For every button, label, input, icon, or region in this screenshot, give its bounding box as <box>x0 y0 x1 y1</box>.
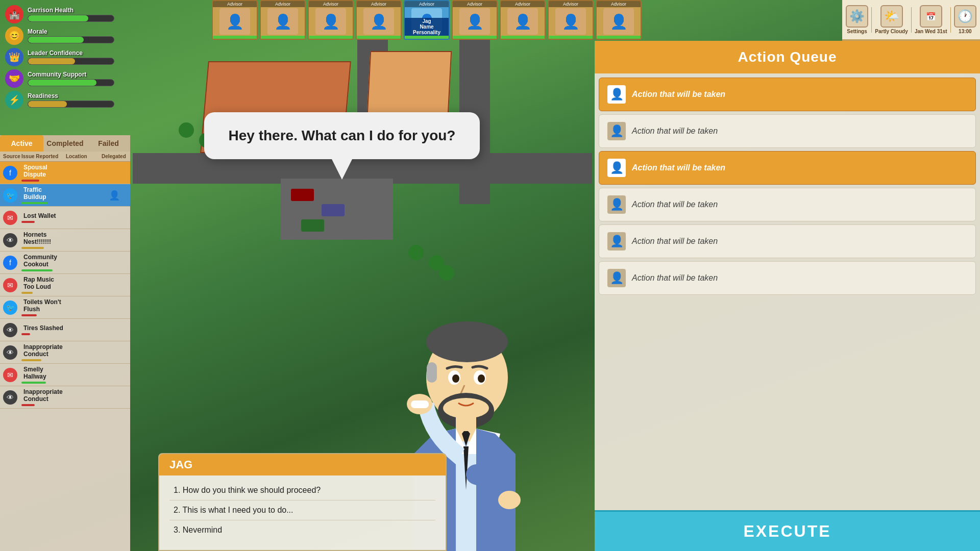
issue-progress-lost-wallet <box>21 221 35 223</box>
response-option-2-text: 2. This is what I need you to do... <box>174 506 293 514</box>
advisor-3-bar <box>309 36 353 39</box>
leader-confidence-label: Leader Confidence <box>28 49 133 57</box>
leader-confidence-bar <box>28 58 75 64</box>
issues-table-header: Source Issue Reported Location Delegated <box>0 152 130 162</box>
dialog-bubble: Hey there. What can I do for you? <box>204 112 480 159</box>
garrison-health-bar-bg <box>28 15 114 22</box>
action-icon-5: 👤 <box>607 232 626 251</box>
response-header: JAG <box>159 454 446 475</box>
advisor-1-label: Advisor <box>213 1 257 7</box>
advisor-card-9[interactable]: Advisor 👤 <box>596 0 642 40</box>
issue-progress-rap-music <box>21 292 33 294</box>
issue-community-cookout[interactable]: f Community Cookout <box>0 252 130 274</box>
action-item-1[interactable]: 👤 Action that will be taken <box>599 78 976 111</box>
car-2 <box>322 204 345 216</box>
issue-tires-slashed[interactable]: 👁 Tires Slashed <box>0 319 130 341</box>
time-display: 🕐 13:00 <box>954 5 976 34</box>
source-icon-em-2: ✉ <box>3 278 17 292</box>
response-option-3[interactable]: 3. Nevermind <box>169 520 435 540</box>
action-item-5[interactable]: 👤 Action that will be taken <box>599 224 976 258</box>
garrison-health-label: Garrison Health <box>28 7 133 14</box>
svg-rect-13 <box>411 400 429 408</box>
issue-progress-cookout <box>21 269 53 271</box>
issue-lost-wallet[interactable]: ✉ Lost Wallet <box>0 207 130 229</box>
advisor-card-6[interactable]: Advisor 👤 <box>452 0 498 40</box>
issue-name-rap-music: Rap Music Too Loud <box>21 276 66 290</box>
tab-active[interactable]: Active <box>0 135 43 152</box>
advisor-8-label: Advisor <box>549 1 593 7</box>
advisor-2-avatar: 👤 <box>267 8 298 35</box>
action-icon-3: 👤 <box>607 159 626 177</box>
tab-completed[interactable]: Completed <box>43 135 87 152</box>
settings-bar: ⚙️ Settings 🌤️ Partly Cloudy 📅 Jan Wed 3… <box>842 0 980 41</box>
source-icon-fb-1: f <box>3 166 17 180</box>
issue-name-tires: Tires Slashed <box>21 324 66 332</box>
issues-panel: Active Completed Failed Source Issue Rep… <box>0 135 130 551</box>
issues-tabs: Active Completed Failed <box>0 135 130 152</box>
svg-point-12 <box>498 491 521 509</box>
issue-rap-music[interactable]: ✉ Rap Music Too Loud <box>0 274 130 296</box>
issue-traffic-buildup[interactable]: 🐦 Traffic Buildup 👤 <box>0 184 130 207</box>
issue-inappropriate-1[interactable]: 👁 Inappropriate Conduct <box>0 341 130 364</box>
calendar-icon: 📅 <box>920 5 942 28</box>
source-icon-em-3: ✉ <box>3 368 17 382</box>
community-support-bar-bg <box>28 79 114 86</box>
advisor-card-7[interactable]: Advisor 👤 <box>500 0 546 40</box>
advisor-card-4[interactable]: Advisor 👤 <box>356 0 402 40</box>
action-icon-6: 👤 <box>607 269 626 287</box>
advisor-card-3[interactable]: Advisor 👤 <box>308 0 354 40</box>
issue-name-toilets: Toilets Won't Flush <box>21 298 66 313</box>
issue-progress-inappropriate-1 <box>21 359 41 361</box>
stat-garrison-health: 🏰 Garrison Health <box>5 5 133 23</box>
action-item-2[interactable]: 👤 Action that will be taken <box>599 114 976 148</box>
time-label: 13:00 <box>959 29 972 34</box>
action-item-4[interactable]: 👤 Action that will be taken <box>599 188 976 221</box>
advisor-card-jag[interactable]: Advisor 👤 JagNamePersonality <box>404 0 450 40</box>
response-options: 1. How do you think we should proceed? 2… <box>159 475 446 550</box>
garrison-health-bar <box>28 15 88 21</box>
action-item-3[interactable]: 👤 Action that will be taken <box>599 151 976 185</box>
col-source: Source <box>3 154 21 159</box>
issue-spousal-dispute[interactable]: f Spousal Dispute <box>0 162 130 184</box>
tab-failed[interactable]: Failed <box>87 135 130 152</box>
action-icon-1: 👤 <box>607 85 626 104</box>
advisor-card-2[interactable]: Advisor 👤 <box>260 0 306 40</box>
response-option-2[interactable]: 2. This is what I need you to do... <box>169 500 435 520</box>
settings-gear-icon[interactable]: ⚙️ <box>846 5 868 28</box>
settings-divider-3 <box>950 7 951 33</box>
settings-divider-1 <box>871 7 872 33</box>
garrison-health-icon: 🏰 <box>5 5 23 23</box>
svg-point-9 <box>443 398 489 418</box>
issues-list: f Spousal Dispute 🐦 Traffic Buildup 👤 ✉ … <box>0 162 130 551</box>
issue-progress-tires <box>21 333 30 335</box>
issue-inappropriate-2[interactable]: 👁 Inappropriate Conduct <box>0 386 130 409</box>
settings-button[interactable]: ⚙️ Settings <box>846 5 868 34</box>
advisor-8-avatar: 👤 <box>555 8 586 35</box>
response-box: JAG 1. How do you think we should procee… <box>158 453 447 551</box>
action-icon-4: 👤 <box>607 195 626 214</box>
execute-button[interactable]: EXECUTE <box>595 510 980 551</box>
advisor-6-label: Advisor <box>453 1 497 7</box>
advisor-card-8[interactable]: Advisor 👤 <box>548 0 594 40</box>
issue-name-inappropriate-2: Inappropriate Conduct <box>21 388 66 403</box>
action-text-2: Action that will be taken <box>632 127 718 136</box>
action-text-3: Action that will be taken <box>632 163 725 172</box>
issue-toilets[interactable]: 🐦 Toilets Won't Flush <box>0 296 130 319</box>
issue-hornets-nest[interactable]: 👁 Hornets Nest!!!!!!! <box>0 229 130 252</box>
svg-point-2 <box>426 321 508 362</box>
date-display: 📅 Jan Wed 31st <box>915 5 947 34</box>
advisor-1-bar <box>213 36 257 39</box>
issue-smelly-hallway[interactable]: ✉ Smelly Hallway <box>0 364 130 386</box>
clock-icon: 🕐 <box>954 5 976 28</box>
svg-point-6 <box>452 374 459 383</box>
action-item-6[interactable]: 👤 Action that will be taken <box>599 261 976 295</box>
advisor-card-1[interactable]: Advisor 👤 <box>212 0 258 40</box>
community-support-icon: 🤝 <box>5 69 23 88</box>
advisor-jag-bar <box>405 36 449 39</box>
stat-morale: 😊 Morale <box>5 27 133 45</box>
issue-name-inappropriate-1: Inappropriate Conduct <box>21 343 66 358</box>
action-queue-header: Action Queue <box>595 41 980 73</box>
response-option-1[interactable]: 1. How do you think we should proceed? <box>169 481 435 500</box>
stat-community-support: 🤝 Community Support <box>5 69 133 88</box>
advisor-4-label: Advisor <box>357 1 401 7</box>
